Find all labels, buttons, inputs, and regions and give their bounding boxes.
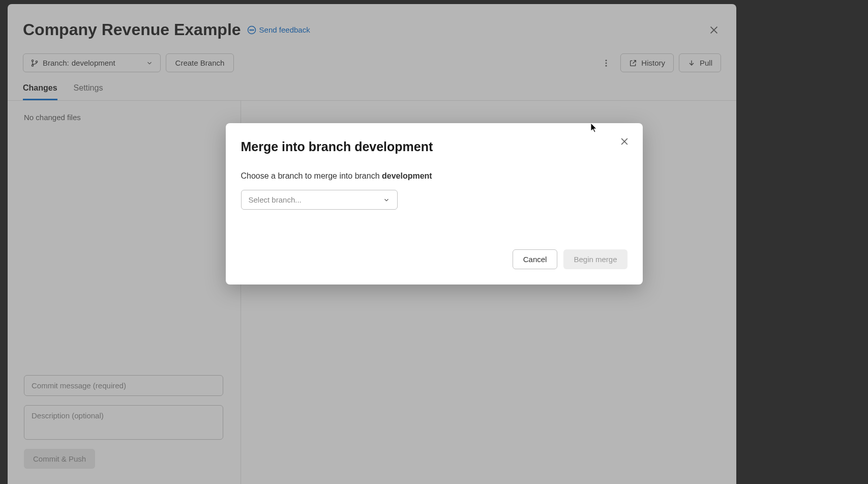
- dialog-title: Merge into branch development: [241, 139, 627, 154]
- cancel-button[interactable]: Cancel: [513, 249, 558, 269]
- begin-merge-button[interactable]: Begin merge: [563, 249, 627, 269]
- branch-select-dropdown[interactable]: Select branch...: [241, 190, 398, 210]
- dialog-subtitle: Choose a branch to merge into branch dev…: [241, 172, 627, 181]
- chevron-down-icon: [383, 196, 390, 204]
- subtitle-prefix: Choose a branch to merge into branch: [241, 172, 382, 180]
- dialog-close-button[interactable]: [617, 134, 632, 149]
- merge-dialog: Merge into branch development Choose a b…: [226, 123, 643, 284]
- subtitle-branch: development: [382, 172, 432, 180]
- close-icon: [619, 136, 630, 147]
- dialog-footer: Cancel Begin merge: [241, 249, 627, 269]
- modal-overlay[interactable]: Merge into branch development Choose a b…: [0, 0, 868, 484]
- select-placeholder: Select branch...: [249, 195, 302, 204]
